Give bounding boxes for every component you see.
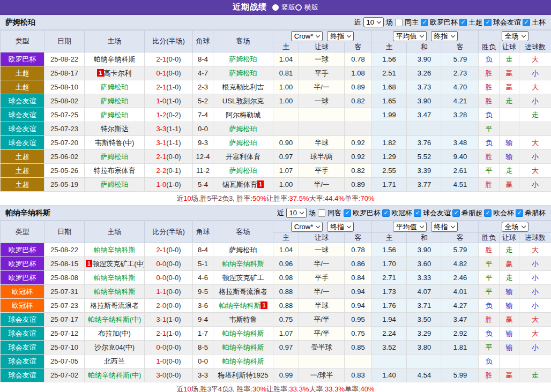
team-name-link[interactable]: 1高卡尔利	[97, 69, 131, 77]
league-checkbox[interactable]: ✓	[344, 209, 351, 217]
team-name-link[interactable]: 帕纳辛纳科斯	[222, 329, 264, 337]
team-name-link[interactable]: 萨姆松珀	[101, 111, 129, 119]
team-name-link[interactable]: 格拉斯哥流浪者	[219, 288, 267, 296]
score-link[interactable]: 3-0	[156, 371, 166, 379]
average-odds-select[interactable]: 平均值	[393, 222, 427, 232]
league-checkbox[interactable]: ✓	[484, 19, 492, 26]
score-link[interactable]: 2-1	[156, 55, 166, 63]
odds-cell: 0.89	[345, 80, 372, 94]
league-checkbox[interactable]: ✓	[414, 209, 421, 217]
avg-odds-cell: 2.61	[442, 164, 479, 178]
result-group-header: 全场	[479, 31, 551, 42]
result-cell: 小	[519, 341, 551, 355]
halftime-score: (0-0)	[166, 260, 181, 268]
home-team-cell: 帕纳辛纳科斯(中)	[85, 368, 145, 382]
score-link[interactable]: 1-2	[156, 111, 166, 119]
score-link[interactable]: 2-1	[156, 153, 166, 161]
date-cell: 25-08-17	[44, 66, 85, 80]
result-cell: 走	[500, 164, 519, 178]
team-name-link[interactable]: 锡瓦斯体育1	[222, 180, 264, 189]
team-name-link[interactable]: 帕纳辛纳科斯	[222, 357, 264, 365]
team-name-link[interactable]: 韦斯特鲁	[229, 315, 257, 323]
team-name-link[interactable]: 萨姆松珀	[101, 97, 129, 105]
team-name-link[interactable]: 帕纳辛纳科斯(中)	[88, 371, 142, 379]
score-link[interactable]: 1-0	[156, 97, 166, 105]
league-checkbox[interactable]: ✓	[382, 209, 390, 217]
team-name-link[interactable]: 萨姆松珀	[229, 139, 257, 147]
score-link[interactable]: 3-3	[156, 125, 166, 133]
score-link[interactable]: 3-1	[156, 315, 166, 323]
team-name-link[interactable]: 根克勒比利吉	[222, 83, 264, 91]
score-link[interactable]: 2-2	[156, 167, 166, 175]
away-team-cell: 阿尔梅勒城	[213, 108, 273, 122]
team-name-link[interactable]: 萨姆松珀	[101, 180, 129, 189]
score-link[interactable]: 0-0	[156, 343, 166, 351]
league-checkbox[interactable]: ✓	[452, 209, 460, 217]
odds-company-select[interactable]: Crow*	[291, 222, 323, 232]
team-name-link[interactable]: 布拉加(中)	[98, 329, 131, 337]
team-name-link[interactable]: 帕纳辛纳科斯1	[219, 301, 267, 310]
team-name-link[interactable]: 韦斯特鲁(中)	[95, 139, 135, 147]
team-name-link[interactable]: 萨姆松珀	[101, 83, 129, 91]
team-name-link[interactable]: 阿尔梅勒城	[226, 111, 260, 119]
team-name-link[interactable]: 萨姆松珀	[229, 125, 257, 133]
team-name-link[interactable]: 萨姆松珀	[229, 246, 257, 254]
score-link[interactable]: 0-1	[156, 69, 166, 77]
team-name-link[interactable]: 开塞利体育	[226, 153, 260, 161]
average-odds-select[interactable]: 平均值	[393, 31, 427, 41]
team-name-link[interactable]: 帕纳辛纳科斯	[94, 288, 136, 296]
score-link[interactable]: 0-0	[156, 274, 166, 282]
score-link[interactable]: 3-1	[156, 139, 166, 147]
layout-radio-horizontal[interactable]: 横版	[295, 3, 318, 12]
team-name-link[interactable]: 萨姆松珀	[101, 153, 129, 161]
team-name-link[interactable]: USL敦刻尔克	[222, 97, 264, 105]
team-name-link[interactable]: 梅塔利斯特1925	[218, 371, 269, 379]
recent-count-select[interactable]: 10	[363, 17, 384, 27]
team-name-link[interactable]: 萨姆松珀	[229, 55, 257, 63]
team-name-link[interactable]: 沙尔克04(中)	[94, 343, 135, 351]
match-row: 土超25-06-02萨姆松珀2-1(0-0)12-4开塞利体育0.97球半/两0…	[1, 150, 551, 164]
score-link[interactable]: 1-0	[156, 357, 166, 365]
league-checkbox[interactable]: ✓	[459, 19, 467, 26]
avg-odds-cell	[407, 355, 442, 368]
team-name-link[interactable]: 帕纳辛纳科斯	[94, 274, 136, 282]
score-link[interactable]: 1-1	[156, 288, 166, 296]
final-average-select[interactable]: 终指	[431, 31, 458, 41]
score-link[interactable]: 2-1	[156, 83, 166, 91]
team-name-link[interactable]: 帕纳辛纳科斯	[222, 260, 264, 268]
league-checkbox[interactable]: ✓	[421, 19, 428, 26]
team-name-link[interactable]: 萨姆松珀	[229, 167, 257, 175]
final-odds-select[interactable]: 终指	[327, 31, 354, 41]
recent-count-select[interactable]: 10	[286, 208, 307, 218]
team-name-link[interactable]: 帕纳辛纳科斯	[222, 343, 264, 351]
team-name-link[interactable]: 帕纳辛纳科斯(中)	[88, 315, 142, 323]
team-name-link[interactable]: 特拉布宗体育	[94, 167, 136, 175]
team-name-link[interactable]: 北西兰	[104, 357, 125, 365]
same-venue-checkbox[interactable]	[395, 19, 403, 26]
final-odds-select[interactable]: 终指	[327, 222, 354, 232]
score-link[interactable]: 2-1	[156, 246, 166, 254]
same-venue-checkbox[interactable]	[318, 209, 325, 217]
score-link[interactable]: 2-1	[156, 329, 166, 337]
score-link[interactable]: 0-0	[156, 260, 166, 268]
fulltime-select[interactable]: 全场	[502, 31, 528, 41]
team-name-link[interactable]: 萨姆松珀	[229, 69, 257, 77]
column-header-score: 比分(半场)	[145, 221, 193, 243]
final-average-select[interactable]: 终指	[431, 222, 458, 232]
league-checkbox[interactable]: ✓	[484, 209, 492, 217]
team-name-link[interactable]: 顿涅茨克矿工	[222, 274, 264, 282]
league-checkbox[interactable]: ✓	[523, 19, 530, 26]
team-name-link[interactable]: 格拉斯哥流浪者	[90, 301, 139, 310]
team-name-link[interactable]: 特尔斯达	[101, 125, 129, 133]
score-link[interactable]: 2-0	[156, 301, 166, 310]
team-name-link[interactable]: 1顿涅茨克矿工(中)	[86, 260, 145, 268]
team-name-link[interactable]: 帕纳辛纳科斯	[94, 246, 136, 254]
team-name-link[interactable]: 帕纳辛纳科斯	[94, 55, 136, 63]
league-checkbox[interactable]: ✓	[516, 209, 523, 217]
chevron-down-icon	[300, 210, 304, 214]
result-cell: 负	[479, 327, 500, 341]
layout-radio-vertical[interactable]: 竖版	[272, 3, 295, 12]
score-link[interactable]: 1-0	[156, 180, 166, 189]
odds-company-select[interactable]: Crow*	[291, 31, 323, 41]
fulltime-select[interactable]: 全场	[502, 222, 528, 232]
